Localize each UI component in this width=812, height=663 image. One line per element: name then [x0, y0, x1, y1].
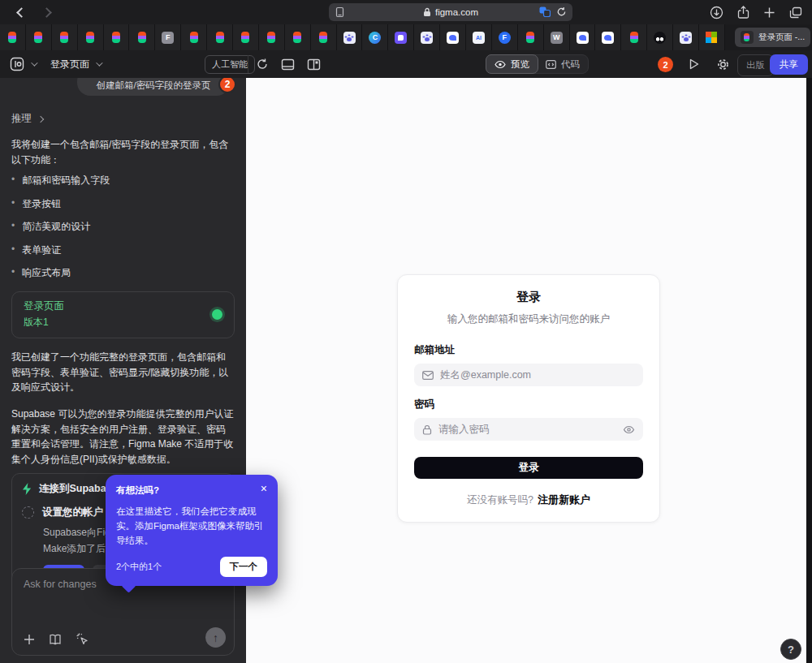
translate-icon[interactable]	[539, 6, 551, 17]
plus-icon[interactable]	[24, 634, 35, 645]
share-icon[interactable]	[737, 6, 749, 19]
reasoning-toggle[interactable]: 推理	[11, 112, 235, 126]
help-button[interactable]: ?	[780, 639, 801, 660]
new-tab-plus-icon[interactable]	[763, 6, 775, 19]
browser-tab[interactable]	[595, 24, 621, 50]
gear-icon[interactable]	[716, 58, 730, 71]
download-icon[interactable]	[710, 6, 723, 19]
browser-tab[interactable]	[0, 24, 26, 50]
assistant-result-text: 我已创建了一个功能完整的登录页面，包含邮箱和密码字段、表单验证、密码显示/隐藏切…	[11, 350, 235, 395]
figma-favicon	[8, 32, 16, 43]
whale-favicon	[577, 32, 589, 44]
eye-icon[interactable]	[623, 425, 635, 434]
reader-icon[interactable]	[335, 6, 345, 18]
email-label: 邮箱地址	[414, 343, 643, 357]
magic-cursor-icon[interactable]	[76, 632, 89, 646]
email-input[interactable]	[440, 369, 635, 381]
login-button[interactable]: 登录	[414, 457, 643, 479]
send-up-arrow-icon: ↑	[213, 631, 218, 644]
refresh-icon[interactable]	[256, 58, 269, 71]
password-label: 密码	[414, 398, 643, 411]
browser-tab[interactable]	[337, 24, 363, 50]
list-item: 简洁美观的设计	[11, 220, 235, 234]
signup-link[interactable]: 注册新账户	[538, 493, 590, 506]
paw-favicon	[680, 32, 692, 44]
preview-code-toggle: 预览 代码	[486, 54, 589, 74]
code-icon	[546, 60, 556, 69]
send-button[interactable]: ↑	[205, 627, 226, 648]
browser-tab[interactable]	[388, 24, 414, 50]
back-chevron-icon[interactable]	[16, 7, 27, 18]
figma-favicon	[138, 32, 146, 43]
figma-favicon	[293, 32, 301, 43]
share-button[interactable]: 共享	[770, 54, 808, 75]
password-input[interactable]	[438, 424, 616, 435]
publish-button[interactable]: 出版	[737, 54, 774, 76]
browser-tab[interactable]	[104, 24, 130, 50]
close-icon[interactable]: ×	[261, 484, 267, 493]
panel-bottom-icon[interactable]	[281, 58, 295, 71]
forward-chevron-icon[interactable]	[41, 7, 52, 18]
browser-tab[interactable]	[699, 24, 725, 50]
list-item: 响应式布局	[11, 266, 235, 280]
email-field[interactable]	[414, 364, 643, 386]
browser-tab[interactable]	[285, 24, 311, 50]
browser-tab[interactable]: AI	[466, 24, 492, 50]
reasoning-label: 推理	[11, 112, 32, 126]
tab-code[interactable]: 代码	[538, 54, 588, 74]
browser-tab[interactable]	[621, 24, 647, 50]
browser-tab[interactable]: F	[155, 24, 181, 50]
figma-favicon	[190, 32, 198, 43]
browser-tab[interactable]	[311, 24, 337, 50]
tab-preview[interactable]: 预览	[486, 54, 538, 74]
tooltip-title: 有想法吗?	[116, 484, 159, 497]
browser-tab[interactable]	[414, 24, 440, 50]
version-card[interactable]: 登录页面 版本1	[11, 291, 235, 338]
figma-make-logo-icon[interactable]	[10, 57, 24, 71]
browser-tab[interactable]	[181, 24, 207, 50]
browser-tab-strip: FCAIFW 登录页面 -...	[0, 24, 812, 50]
browser-tab[interactable]	[26, 24, 52, 50]
browser-tab[interactable]	[207, 24, 233, 50]
tab-overview-icon[interactable]	[789, 6, 802, 19]
browser-tab[interactable]	[233, 24, 259, 50]
play-icon[interactable]	[688, 58, 700, 71]
book-icon[interactable]	[49, 634, 62, 645]
next-button[interactable]: 下一个	[220, 557, 268, 577]
file-name[interactable]: 登录页面	[50, 58, 89, 71]
address-bar[interactable]: figma.com	[329, 3, 572, 21]
feature-list: 邮箱和密码输入字段 登录按钮 简洁美观的设计 表单验证 响应式布局	[11, 174, 235, 280]
purple-favicon	[395, 32, 407, 44]
mail-icon	[422, 371, 434, 380]
bolt-icon	[22, 483, 32, 495]
browser-tab[interactable]: W	[544, 24, 570, 50]
browser-tab-active[interactable]: 登录页面 -...	[735, 28, 810, 47]
browser-tab[interactable]	[52, 24, 78, 50]
assistant-supabase-text: Supabase 可以为您的登录功能提供完整的用户认证解决方案，包括安全的用户注…	[11, 407, 235, 467]
reload-icon[interactable]	[556, 6, 567, 17]
figma-favicon	[60, 32, 68, 43]
browser-tab[interactable]: F	[492, 24, 518, 50]
browser-tab[interactable]	[518, 24, 544, 50]
list-item: 登录按钮	[11, 197, 235, 211]
browser-tab[interactable]	[440, 24, 466, 50]
notification-badge[interactable]: 2	[658, 57, 673, 72]
browser-tab[interactable]	[647, 24, 673, 50]
version-card-version: 版本1	[24, 316, 64, 329]
figma-favicon	[630, 32, 638, 43]
login-subtitle: 输入您的邮箱和密码来访问您的账户	[414, 312, 643, 326]
password-field[interactable]	[414, 418, 643, 441]
browser-tab[interactable]: C	[362, 24, 388, 50]
chevron-down-icon[interactable]	[96, 59, 102, 66]
browser-tab[interactable]	[673, 24, 699, 50]
browser-tab[interactable]	[570, 24, 596, 50]
browser-tab[interactable]	[78, 24, 104, 50]
panel-columns-icon[interactable]	[307, 58, 321, 71]
chevron-down-icon[interactable]	[31, 59, 37, 66]
browser-tab[interactable]	[129, 24, 155, 50]
whale-favicon	[602, 32, 614, 44]
paw-favicon	[343, 32, 356, 44]
figma-favicon	[267, 32, 275, 43]
whale-favicon	[447, 32, 459, 44]
browser-tab[interactable]	[259, 24, 285, 50]
